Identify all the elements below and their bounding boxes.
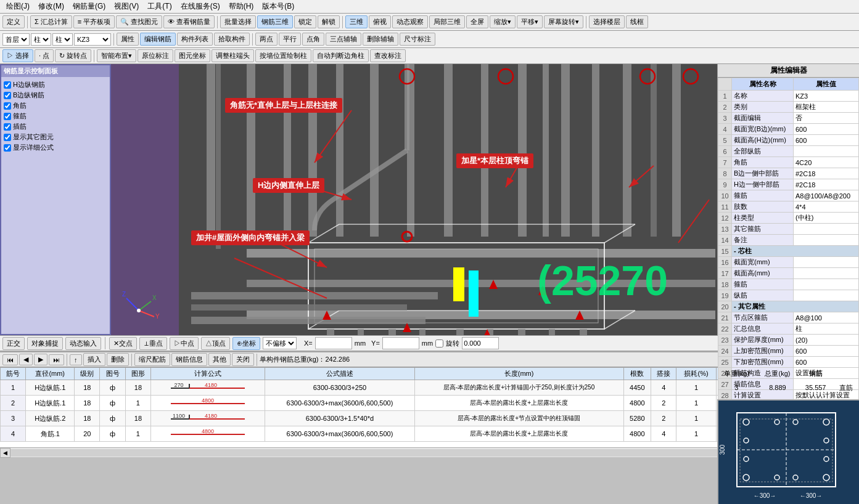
y-input[interactable] xyxy=(382,337,419,349)
view-rebar-btn[interactable]: 👁 查看钢筋量 xyxy=(163,15,215,28)
prop-value-16[interactable] xyxy=(794,268,859,279)
prop-value-12[interactable] xyxy=(794,224,859,235)
prop-value-25[interactable]: 设置插筋 xyxy=(794,368,859,379)
delete-btn[interactable]: 删除 xyxy=(107,353,129,366)
prop-value-17[interactable] xyxy=(794,279,859,290)
checkbox-b-rebar-input[interactable] xyxy=(4,92,11,99)
elem-type-select1[interactable]: 柱 xyxy=(31,33,51,46)
zoom-btn[interactable]: 缩放▾ xyxy=(490,15,516,28)
three-pt-aux-btn[interactable]: 三点辅轴 xyxy=(326,33,361,46)
menu-item-version[interactable]: 版本号(B) xyxy=(258,0,298,13)
insert-btn[interactable]: 插入 xyxy=(83,353,105,366)
prop-value-2[interactable]: 否 xyxy=(794,113,859,124)
ortho-btn[interactable]: 正交 xyxy=(2,337,25,350)
pan-btn[interactable]: 平移▾ xyxy=(517,15,543,28)
snap-intersect-btn[interactable]: ✕交点 xyxy=(109,337,137,350)
menu-item-view[interactable]: 视图(V) xyxy=(110,0,142,13)
parallel-btn[interactable]: 平行 xyxy=(279,33,301,46)
sum-calc-btn[interactable]: Σ 汇总计算 xyxy=(30,15,72,28)
nav-next-btn[interactable]: ▶ xyxy=(34,354,47,365)
two-point-btn[interactable]: 两点 xyxy=(255,33,277,46)
nav-prev-btn[interactable]: ◀ xyxy=(19,354,33,365)
close-btn[interactable]: 关闭 xyxy=(232,353,254,366)
x-input[interactable] xyxy=(315,337,352,349)
select-floor-btn[interactable]: 选择楼层 xyxy=(589,15,625,28)
prop-value-18[interactable] xyxy=(794,290,859,301)
rebar-3d-btn[interactable]: 钢筋三维 xyxy=(257,15,293,28)
checkbox-stirrup-input[interactable] xyxy=(4,113,11,120)
elem-coord-btn[interactable]: 图元坐标 xyxy=(175,49,210,62)
edit-rebar-btn[interactable]: 编辑钢筋 xyxy=(140,33,176,46)
unlock-btn[interactable]: 解锁 xyxy=(318,15,340,28)
elem-type-select2[interactable]: 柱 xyxy=(52,33,73,46)
rebar-info-btn[interactable]: 钢筋信息 xyxy=(171,353,207,366)
scroll-left-btn[interactable]: ◀ xyxy=(0,448,10,458)
pick-elem-btn[interactable]: 拾取构件 xyxy=(214,33,250,46)
prop-value-5[interactable] xyxy=(794,146,859,157)
find-elem-btn[interactable]: 🔍 查找图元 xyxy=(116,15,162,28)
rotate-input[interactable] xyxy=(462,337,499,349)
in-place-annot-btn[interactable]: 原位标注 xyxy=(138,49,173,62)
elem-id-select[interactable]: KZ3 xyxy=(74,33,111,46)
prop-value-13[interactable] xyxy=(794,235,859,246)
menu-item-modify[interactable]: 修改(M) xyxy=(35,0,68,13)
checkbox-other-elem-input[interactable] xyxy=(4,134,11,141)
viewport-3d[interactable]: 角筋无*直伸上层与上层柱连接 H边内侧直伸上层 加井#屋面外侧向内弯锚并入梁 加… xyxy=(111,64,717,335)
menu-item-help[interactable]: 帮助(H) xyxy=(225,0,258,13)
menu-item-tools[interactable]: 工具(T) xyxy=(144,0,175,13)
select-tool-btn[interactable]: ▷ 选择 xyxy=(2,49,33,62)
batch-select-btn[interactable]: 批量选择 xyxy=(220,15,256,28)
smart-layout-btn[interactable]: 智能布置▾ xyxy=(97,49,136,62)
prop-value-4[interactable]: 600 xyxy=(794,135,859,146)
prop-value-10[interactable]: 4*4 xyxy=(794,201,859,213)
floor-select[interactable]: 首层 xyxy=(2,33,30,46)
draw-col-by-wall-btn[interactable]: 按墙位置绘制柱 xyxy=(255,49,311,62)
prop-value-11[interactable]: (中柱) xyxy=(794,213,859,224)
other-btn[interactable]: 其他 xyxy=(208,353,231,366)
prop-value-7[interactable]: #2C18 xyxy=(794,168,859,179)
prop-value-6[interactable]: 4C20 xyxy=(794,157,859,168)
point-tool-btn[interactable]: · 点 xyxy=(35,49,54,62)
deviation-select[interactable]: 不偏移 xyxy=(263,337,297,349)
menu-item-online[interactable]: 在线服务(S) xyxy=(177,0,224,13)
dynamic-input-btn[interactable]: 动态输入 xyxy=(65,337,101,350)
lock-btn[interactable]: 锁定 xyxy=(294,15,316,28)
top-view-btn[interactable]: 俯视 xyxy=(369,15,391,28)
snap-perp-btn[interactable]: ⊥垂点 xyxy=(139,337,167,350)
snap-mid-btn[interactable]: ▷中点 xyxy=(170,337,199,350)
prop-value-1[interactable]: 框架柱 xyxy=(794,102,859,113)
scale-config-btn[interactable]: 缩尺配筋 xyxy=(134,353,170,366)
checkbox-h-rebar-input[interactable] xyxy=(4,81,11,89)
checkbox-detail-formula-input[interactable] xyxy=(4,144,11,152)
rotate-pt-btn[interactable]: ↻ 旋转点 xyxy=(55,49,91,62)
nav-last-btn[interactable]: ⏭ xyxy=(49,354,64,365)
menu-item-rebar[interactable]: 钢筋量(G) xyxy=(69,0,109,13)
3d-btn[interactable]: 三维 xyxy=(345,15,368,28)
prop-value-9[interactable]: A8@100/A8@200 xyxy=(794,190,859,201)
menu-item-draw[interactable]: 绘图(J) xyxy=(2,0,33,13)
prop-value-22[interactable]: (20) xyxy=(794,335,859,346)
prop-value-20[interactable]: A8@100 xyxy=(794,312,859,323)
checkbox-corner-input[interactable] xyxy=(4,102,11,110)
prop-value-8[interactable]: #2C18 xyxy=(794,179,859,190)
point-angle-btn[interactable]: 点角 xyxy=(302,33,324,46)
dim-label-btn[interactable]: 尺寸标注 xyxy=(400,33,435,46)
rotate-checkbox[interactable] xyxy=(435,339,443,348)
elem-list-btn[interactable]: 构件列表 xyxy=(177,33,213,46)
prop-value-24[interactable]: 600 xyxy=(794,357,859,368)
prop-value-0[interactable]: KZ3 xyxy=(794,91,859,102)
up-btn[interactable]: ↑ xyxy=(70,354,82,365)
property-btn[interactable]: 属性 xyxy=(117,33,139,46)
prop-value-15[interactable] xyxy=(794,257,859,268)
adj-col-tip-btn[interactable]: 调整柱端头 xyxy=(212,49,254,62)
screen-rotate-btn[interactable]: 屏幕旋转▾ xyxy=(544,15,583,28)
check-annot-btn[interactable]: 查改标注 xyxy=(370,49,406,62)
checkbox-insert-input[interactable] xyxy=(4,123,11,131)
wireframe-btn[interactable]: 线框 xyxy=(626,15,648,28)
fullscreen-btn[interactable]: 全屏 xyxy=(466,15,488,28)
prop-value-23[interactable]: 600 xyxy=(794,346,859,357)
auto-corner-col-btn[interactable]: 自动判断边角柱 xyxy=(313,49,369,62)
define-btn[interactable]: 定义 xyxy=(2,15,25,28)
obj-snap-btn[interactable]: 对象捕捉 xyxy=(27,337,63,350)
snap-coord-btn[interactable]: ⊕坐标 xyxy=(232,337,260,350)
